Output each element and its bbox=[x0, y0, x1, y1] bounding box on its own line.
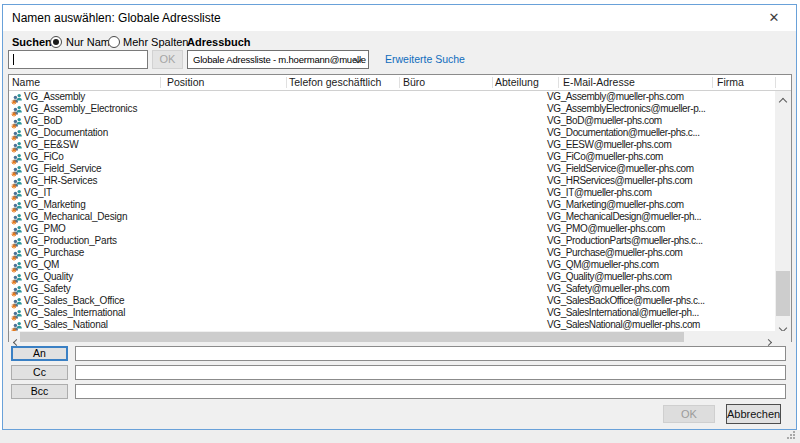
row-name: VG_Sales_Back_Office bbox=[24, 295, 124, 307]
radio-more-columns-label[interactable]: Mehr Spalten bbox=[123, 36, 188, 48]
column-header-phone[interactable]: Telefon geschäftlich bbox=[289, 75, 381, 90]
scroll-right-icon[interactable] bbox=[761, 331, 775, 343]
distribution-list-icon bbox=[11, 199, 23, 211]
column-divider[interactable] bbox=[492, 77, 493, 88]
distribution-list-icon bbox=[11, 103, 23, 115]
scroll-up-icon[interactable] bbox=[775, 91, 791, 105]
list-item[interactable]: VG_Purchase VG_Purchase@mueller-phs.com bbox=[9, 247, 775, 259]
list-item[interactable]: VG_Production_Parts VG_ProductionParts@m… bbox=[9, 235, 775, 247]
column-header-position[interactable]: Position bbox=[167, 75, 204, 90]
addressbook-select[interactable]: Globale Adressliste - m.hoermann@muelle bbox=[187, 50, 369, 69]
row-name: VG_QM bbox=[24, 259, 59, 271]
column-header-office[interactable]: Büro bbox=[403, 75, 425, 90]
text-caret bbox=[13, 54, 14, 65]
row-email: VG_ProductionParts@mueller-phs.c... bbox=[547, 235, 703, 247]
row-name: VG_EE&SW bbox=[24, 139, 79, 151]
distribution-list-icon bbox=[11, 283, 23, 295]
row-email: VG_PMO@mueller-phs.com bbox=[547, 223, 665, 235]
horizontal-scrollbar-thumb[interactable] bbox=[20, 332, 684, 342]
title-bar[interactable]: Namen auswählen: Globale Adressliste ✕ bbox=[3, 5, 796, 31]
bcc-input[interactable] bbox=[76, 389, 785, 402]
row-name: VG_Sales_National bbox=[24, 319, 108, 331]
list-item[interactable]: VG_FiCo VG_FiCo@mueller-phs.com bbox=[9, 151, 775, 163]
vertical-scrollbar[interactable] bbox=[775, 91, 791, 331]
search-label: Suchen: bbox=[12, 36, 55, 48]
list-item[interactable]: VG_Sales_National VG_SalesNational@muell… bbox=[9, 319, 775, 331]
list-item[interactable]: VG_QM VG_QM@mueller-phs.com bbox=[9, 259, 775, 271]
list-item[interactable]: VG_Assembly VG_Assembly@mueller-phs.com bbox=[9, 91, 775, 103]
horizontal-scrollbar[interactable] bbox=[9, 331, 775, 343]
column-header-email[interactable]: E-Mail-Adresse bbox=[563, 75, 635, 90]
row-email: VG_SalesNational@mueller-phs.com bbox=[547, 319, 700, 331]
row-email: VG_HRServices@mueller-phs.com bbox=[547, 175, 692, 187]
list-item[interactable]: VG_Sales_Back_Office VG_SalesBackOffice@… bbox=[9, 295, 775, 307]
row-email: VG_Purchase@mueller-phs.com bbox=[547, 247, 683, 259]
close-icon[interactable]: ✕ bbox=[760, 7, 788, 29]
column-divider[interactable] bbox=[558, 77, 559, 88]
list-item[interactable]: VG_IT VG_IT@mueller-phs.com bbox=[9, 187, 775, 199]
bcc-button[interactable]: Bcc bbox=[11, 384, 68, 399]
scrollbar-corner bbox=[775, 331, 791, 343]
column-header-company[interactable]: Firma bbox=[717, 75, 744, 90]
resize-grip[interactable] bbox=[787, 431, 797, 441]
row-name: VG_HR-Services bbox=[24, 175, 97, 187]
list-item[interactable]: VG_HR-Services VG_HRServices@mueller-phs… bbox=[9, 175, 775, 187]
to-button[interactable]: An bbox=[11, 346, 68, 361]
ok-button: OK bbox=[663, 405, 715, 423]
row-email: VG_Marketing@mueller-phs.com bbox=[547, 199, 684, 211]
column-divider[interactable] bbox=[399, 77, 400, 88]
list-item[interactable]: VG_Documentation VG_Documentation@muelle… bbox=[9, 127, 775, 139]
distribution-list-icon bbox=[11, 151, 23, 163]
distribution-list-icon bbox=[11, 319, 23, 331]
dialog-title: Namen auswählen: Globale Adressliste bbox=[12, 5, 221, 31]
distribution-list-icon bbox=[11, 175, 23, 187]
row-name: VG_FiCo bbox=[24, 151, 64, 163]
addressbook-label: Adressbuch bbox=[187, 36, 251, 48]
list-item[interactable]: VG_BoD VG_BoD@mueller-phs.com bbox=[9, 115, 775, 127]
to-input[interactable] bbox=[76, 351, 785, 364]
row-name: VG_PMO bbox=[24, 223, 66, 235]
list-item[interactable]: VG_Assembly_Electronics VG_AssemblyElect… bbox=[9, 103, 775, 115]
column-divider[interactable] bbox=[286, 77, 287, 88]
radio-name-only[interactable] bbox=[50, 36, 62, 48]
distribution-list-icon bbox=[11, 163, 23, 175]
radio-more-columns[interactable] bbox=[108, 36, 120, 48]
list-item[interactable]: VG_Mechanical_Design VG_MechanicalDesign… bbox=[9, 211, 775, 223]
row-name: VG_Production_Parts bbox=[24, 235, 117, 247]
address-list: Name Position Telefon geschäftlich Büro … bbox=[8, 74, 792, 342]
vertical-scrollbar-thumb[interactable] bbox=[776, 271, 790, 316]
cc-input[interactable] bbox=[76, 370, 785, 383]
distribution-list-icon bbox=[11, 115, 23, 127]
row-name: VG_IT bbox=[24, 187, 52, 199]
row-name: VG_Marketing bbox=[24, 199, 86, 211]
advanced-search-link[interactable]: Erweiterte Suche bbox=[385, 53, 465, 65]
list-item[interactable]: VG_Marketing VG_Marketing@mueller-phs.co… bbox=[9, 199, 775, 211]
row-email: VG_Safety@mueller-phs.com bbox=[547, 283, 669, 295]
cc-button[interactable]: Cc bbox=[11, 365, 68, 380]
row-name: VG_Sales_International bbox=[24, 307, 125, 319]
list-item[interactable]: VG_EE&SW VG_EESW@mueller-phs.com bbox=[9, 139, 775, 151]
row-name: VG_Field_Service bbox=[24, 163, 101, 175]
scroll-down-icon[interactable] bbox=[775, 317, 791, 331]
addressbook-selected-value: Globale Adressliste - m.hoermann@muelle bbox=[193, 51, 366, 68]
bcc-field-wrap bbox=[75, 384, 786, 399]
list-item[interactable]: VG_Field_Service VG_FieldService@mueller… bbox=[9, 163, 775, 175]
column-divider[interactable] bbox=[160, 77, 161, 88]
row-email: VG_BoD@mueller-phs.com bbox=[547, 115, 662, 127]
column-divider[interactable] bbox=[775, 77, 776, 88]
address-list-body: VG_Assembly VG_Assembly@mueller-phs.com … bbox=[9, 91, 775, 331]
list-header: Name Position Telefon geschäftlich Büro … bbox=[9, 75, 791, 91]
row-name: VG_Mechanical_Design bbox=[24, 211, 127, 223]
list-item[interactable]: VG_Safety VG_Safety@mueller-phs.com bbox=[9, 283, 775, 295]
column-header-name[interactable]: Name bbox=[12, 75, 40, 90]
list-item[interactable]: VG_PMO VG_PMO@mueller-phs.com bbox=[9, 223, 775, 235]
list-item[interactable]: VG_Quality VG_Quality@mueller-phs.com bbox=[9, 271, 775, 283]
distribution-list-icon bbox=[11, 247, 23, 259]
column-header-department[interactable]: Abteilung bbox=[495, 75, 539, 90]
search-input[interactable] bbox=[8, 50, 148, 69]
list-item[interactable]: VG_Sales_International VG_SalesInternati… bbox=[9, 307, 775, 319]
column-divider[interactable] bbox=[712, 77, 713, 88]
distribution-list-icon bbox=[11, 91, 23, 103]
select-names-dialog: Namen auswählen: Globale Adressliste ✕ S… bbox=[2, 4, 797, 430]
cancel-button[interactable]: Abbrechen bbox=[726, 404, 781, 424]
